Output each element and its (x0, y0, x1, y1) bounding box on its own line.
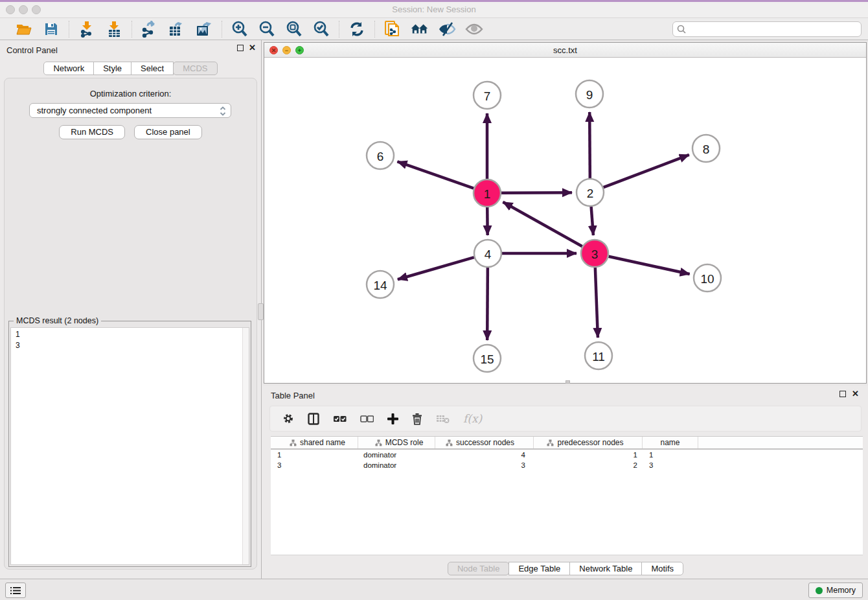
graph-node-label-7: 7 (484, 89, 491, 103)
network-view-window: ✕ − + scc.txt 1234678910111415 (264, 42, 867, 384)
export-network-icon[interactable] (141, 21, 159, 38)
table-row[interactable]: 3 dominator 3 2 3 (271, 460, 863, 470)
memory-button[interactable]: Memory (808, 583, 863, 598)
node-table[interactable]: shared name MCDS role successor nodes (271, 436, 863, 555)
chevron-up-down-icon (220, 106, 226, 121)
column-header-mcds-role[interactable]: MCDS role (358, 437, 435, 448)
select-all-columns-icon[interactable] (333, 415, 347, 423)
close-panel-icon[interactable]: ✕ (249, 45, 256, 51)
table-settings-icon[interactable] (282, 413, 294, 424)
float-table-panel-icon[interactable] (839, 391, 846, 397)
status-bar: Memory (0, 579, 868, 600)
task-history-button[interactable] (5, 583, 26, 598)
network-window-titlebar[interactable]: ✕ − + scc.txt (264, 43, 866, 58)
zoom-selected-icon[interactable] (312, 21, 330, 38)
graph-edge-3-11[interactable] (595, 268, 598, 338)
delete-columns-icon[interactable] (412, 413, 422, 425)
network-graph[interactable]: 1234678910111415 (264, 58, 866, 383)
mcds-result-box: MCDS result (2 nodes) 1 3 (8, 321, 251, 567)
close-panel-button[interactable]: Close panel (134, 125, 202, 139)
float-panel-icon[interactable] (237, 45, 244, 51)
hide-selected-icon[interactable] (438, 21, 456, 38)
memory-status-icon (816, 587, 823, 594)
window-title: Session: New Session (0, 5, 868, 14)
criterion-value: strongly connected component (37, 106, 152, 115)
graph-node-label-1: 1 (484, 187, 491, 201)
save-session-icon[interactable] (42, 21, 60, 38)
search-field[interactable] (672, 21, 862, 37)
graph-node-label-14: 14 (373, 279, 387, 292)
tab-node-table[interactable]: Node Table (448, 562, 510, 575)
list-icon (10, 586, 21, 595)
result-line: 1 (16, 329, 249, 340)
network-window-title: scc.txt (264, 45, 866, 55)
zoom-out-icon[interactable] (258, 21, 276, 38)
graph-edge-2-3[interactable] (591, 207, 593, 235)
mcds-panel: Optimization criterion: strongly connect… (4, 78, 257, 570)
run-mcds-button[interactable]: Run MCDS (59, 125, 125, 139)
table-header-row: shared name MCDS role successor nodes (271, 436, 863, 450)
tab-select[interactable]: Select (131, 62, 174, 75)
tab-edge-table[interactable]: Edge Table (508, 562, 570, 575)
open-session-icon[interactable] (15, 21, 33, 38)
export-image-icon[interactable] (195, 21, 213, 38)
column-header-name[interactable]: name (643, 437, 698, 448)
main-toolbar (0, 18, 868, 40)
graph-edge-1-2[interactable] (501, 192, 572, 193)
refresh-view-icon[interactable] (348, 21, 366, 38)
tree-icon (547, 439, 554, 446)
mcds-result-title: MCDS result (2 nodes) (14, 316, 101, 325)
tree-icon (375, 439, 382, 446)
tab-motifs[interactable]: Motifs (641, 562, 683, 575)
tab-mcds[interactable]: MCDS (173, 62, 217, 75)
graph-edge-4-14[interactable] (398, 257, 474, 279)
column-header-successor-nodes[interactable]: successor nodes (435, 437, 534, 448)
tab-network-table[interactable]: Network Table (569, 562, 642, 575)
network-canvas[interactable]: 1234678910111415 (264, 58, 866, 383)
titlebar: Session: New Session (0, 2, 868, 18)
graph-edge-1-6[interactable] (397, 161, 474, 188)
close-table-panel-icon[interactable]: ✕ (852, 391, 859, 397)
memory-label: Memory (827, 586, 856, 595)
unselect-all-columns-icon[interactable] (360, 415, 374, 423)
table-panel-title: Table Panel (271, 391, 315, 400)
zoom-in-icon[interactable] (231, 21, 249, 38)
graph-node-label-3: 3 (591, 248, 599, 261)
column-layout-icon[interactable] (308, 413, 319, 425)
column-header-shared-name[interactable]: shared name (271, 437, 358, 448)
graph-node-label-6: 6 (377, 150, 384, 163)
graph-node-label-11: 11 (592, 350, 605, 363)
function-builder-icon: f(x) (463, 412, 482, 425)
new-network-from-selection-icon[interactable] (383, 21, 402, 38)
tab-network[interactable]: Network (43, 62, 94, 75)
import-network-icon[interactable] (78, 21, 96, 38)
graph-edge-2-9[interactable] (589, 112, 590, 178)
import-table-icon[interactable] (105, 21, 123, 38)
graph-edge-3-1[interactable] (503, 202, 582, 247)
tree-icon (290, 439, 297, 446)
show-all-icon[interactable] (465, 21, 483, 38)
first-neighbors-icon[interactable] (411, 21, 429, 38)
delete-table-icon (436, 414, 450, 424)
graph-node-label-4: 4 (485, 248, 492, 261)
horizontal-splitter-handle[interactable] (565, 380, 570, 384)
result-scrollbar[interactable] (242, 328, 249, 564)
table-toolbar: f(x) (269, 406, 862, 432)
search-input[interactable] (672, 21, 862, 37)
graph-node-label-8: 8 (703, 143, 710, 156)
tab-style[interactable]: Style (93, 62, 131, 75)
graph-node-label-9: 9 (586, 88, 593, 102)
zoom-fit-icon[interactable] (285, 21, 303, 38)
graph-edge-4-15[interactable] (487, 268, 488, 340)
criterion-dropdown[interactable]: strongly connected component (29, 103, 231, 118)
result-line: 3 (16, 340, 249, 351)
control-panel-title: Control Panel (6, 45, 58, 55)
column-header-predecessor-nodes[interactable]: predecessor nodes (534, 437, 643, 448)
graph-edge-3-10[interactable] (608, 257, 689, 274)
export-table-icon[interactable] (168, 21, 186, 38)
add-column-icon[interactable] (387, 413, 398, 424)
graph-edge-2-8[interactable] (604, 155, 689, 187)
table-row[interactable]: 1 dominator 4 1 1 (271, 450, 863, 460)
mcds-result-list[interactable]: 1 3 (10, 327, 249, 565)
application-window: Session: New Session (0, 0, 868, 600)
